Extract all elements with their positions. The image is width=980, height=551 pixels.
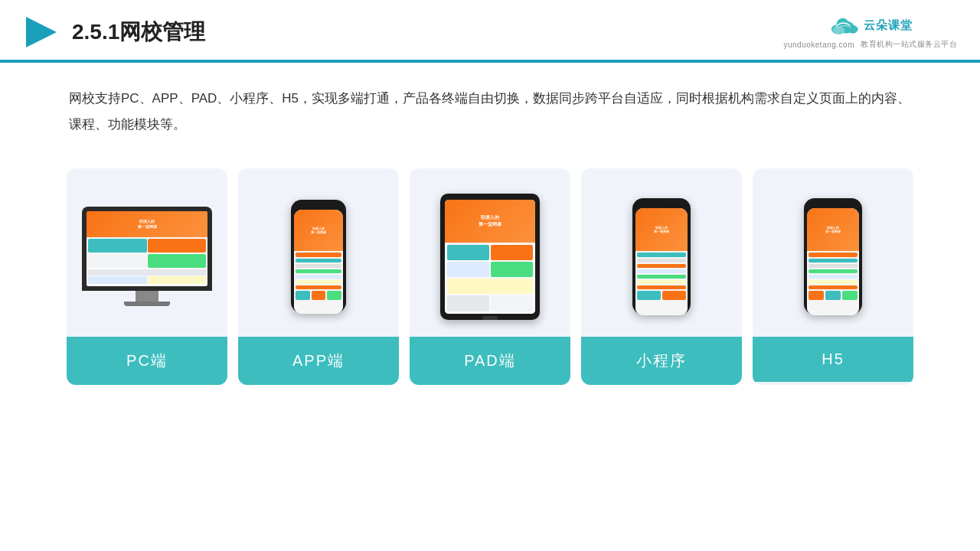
logo-tagline: 教育机构一站式服务云平台 — [861, 39, 957, 50]
description-text: 网校支持PC、APP、PAD、小程序、H5，实现多端打通，产品各终端自由切换，数… — [0, 63, 980, 145]
miniprogram-mockup: 职涯人的第一堂网课 — [632, 198, 691, 315]
header-divider — [0, 60, 980, 61]
h5-image-area: 职涯人的第一堂网课 — [753, 168, 913, 337]
page-title: 2.5.1网校管理 — [72, 18, 205, 47]
card-miniprogram[interactable]: 职涯人的第一堂网课 — [581, 168, 742, 385]
play-icon — [23, 14, 60, 51]
logo-area: 云朵课堂 yunduoketang.com 教育机构一站式服务云平台 — [783, 15, 957, 50]
h5-label: H5 — [753, 337, 913, 382]
app-label: APP端 — [238, 337, 399, 385]
app-image-area: 职涯人的第一堂网课 — [238, 168, 399, 337]
miniprogram-label: 小程序 — [581, 337, 742, 385]
cloud-logo-icon — [828, 15, 859, 36]
card-pad[interactable]: 职涯人的第一堂网课 P — [410, 168, 570, 385]
cards-container: 职涯人的第一堂网课 — [0, 145, 980, 408]
description-content: 网校支持PC、APP、PAD、小程序、H5，实现多端打通，产品各终端自由切换，数… — [69, 91, 910, 132]
h5-mockup: 职涯人的第一堂网课 — [804, 198, 862, 315]
svg-marker-0 — [26, 17, 57, 47]
card-h5[interactable]: 职涯人的第一堂网课 — [753, 168, 913, 385]
pc-image-area: 职涯人的第一堂网课 — [67, 168, 227, 337]
card-pc[interactable]: 职涯人的第一堂网课 — [67, 168, 227, 385]
pad-label: PAD端 — [410, 337, 570, 385]
pad-mockup: 职涯人的第一堂网课 — [440, 194, 540, 320]
pad-image-area: 职涯人的第一堂网课 — [410, 168, 570, 337]
miniprogram-image-area: 职涯人的第一堂网课 — [581, 168, 742, 337]
logo-text: 云朵课堂 — [864, 18, 913, 33]
logo-cloud: 云朵课堂 — [828, 15, 913, 36]
card-app[interactable]: 职涯人的第一堂网课 — [238, 168, 399, 385]
logo-sub: yunduoketang.com — [783, 41, 854, 49]
header: 2.5.1网校管理 云朵课堂 yunduoketang.com 教育机构一站式服… — [0, 0, 980, 63]
app-mockup: 职涯人的第一堂网课 — [291, 200, 346, 313]
pc-mockup: 职涯人的第一堂网课 — [82, 207, 212, 306]
pc-label: PC端 — [67, 337, 227, 385]
header-left: 2.5.1网校管理 — [23, 14, 205, 51]
